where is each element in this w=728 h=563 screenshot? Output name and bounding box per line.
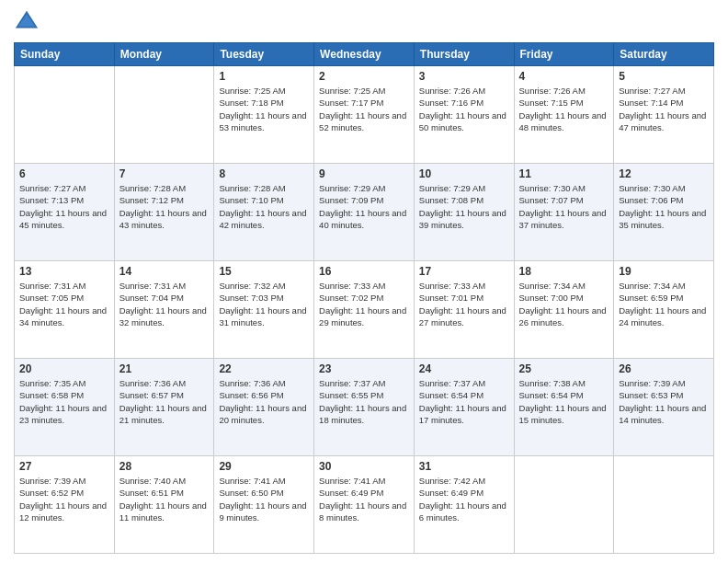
calendar-cell: 10Sunrise: 7:29 AMSunset: 7:08 PMDayligh… [414, 164, 514, 261]
calendar-header-row: SundayMondayTuesdayWednesdayThursdayFrid… [15, 43, 714, 66]
page: SundayMondayTuesdayWednesdayThursdayFrid… [0, 0, 728, 563]
day-header-monday: Monday [114, 43, 214, 66]
logo [14, 9, 43, 35]
logo-icon [14, 9, 40, 35]
day-number: 30 [319, 460, 409, 473]
day-info: Sunrise: 7:33 AMSunset: 7:01 PMDaylight:… [419, 280, 509, 328]
day-number: 4 [519, 70, 609, 83]
day-number: 10 [419, 167, 509, 180]
calendar-cell: 26Sunrise: 7:39 AMSunset: 6:53 PMDayligh… [614, 359, 714, 456]
calendar-cell: 29Sunrise: 7:41 AMSunset: 6:50 PMDayligh… [214, 456, 314, 554]
day-info: Sunrise: 7:36 AMSunset: 6:56 PMDaylight:… [219, 377, 309, 426]
day-header-friday: Friday [514, 43, 614, 66]
calendar-cell: 18Sunrise: 7:34 AMSunset: 7:00 PMDayligh… [514, 261, 614, 359]
calendar-cell: 31Sunrise: 7:42 AMSunset: 6:49 PMDayligh… [414, 456, 514, 554]
calendar-cell: 25Sunrise: 7:38 AMSunset: 6:54 PMDayligh… [514, 359, 614, 456]
day-info: Sunrise: 7:25 AMSunset: 7:18 PMDaylight:… [219, 85, 309, 133]
day-info: Sunrise: 7:28 AMSunset: 7:10 PMDaylight:… [219, 182, 309, 231]
calendar-cell: 30Sunrise: 7:41 AMSunset: 6:49 PMDayligh… [314, 456, 415, 554]
day-info: Sunrise: 7:26 AMSunset: 7:16 PMDaylight:… [419, 85, 509, 133]
day-info: Sunrise: 7:25 AMSunset: 7:17 PMDaylight:… [319, 85, 409, 133]
day-header-thursday: Thursday [414, 43, 514, 66]
day-number: 23 [319, 362, 409, 375]
day-header-saturday: Saturday [614, 43, 714, 66]
day-number: 12 [619, 167, 709, 180]
day-number: 8 [219, 167, 309, 180]
calendar-cell [614, 456, 714, 554]
day-info: Sunrise: 7:37 AMSunset: 6:55 PMDaylight:… [319, 377, 409, 426]
calendar-cell: 5Sunrise: 7:27 AMSunset: 7:14 PMDaylight… [614, 66, 714, 164]
day-number: 18 [519, 265, 609, 278]
day-info: Sunrise: 7:40 AMSunset: 6:51 PMDaylight:… [119, 475, 210, 523]
day-info: Sunrise: 7:37 AMSunset: 6:54 PMDaylight:… [419, 377, 509, 426]
day-number: 28 [119, 460, 210, 473]
day-number: 24 [419, 362, 509, 375]
day-info: Sunrise: 7:29 AMSunset: 7:09 PMDaylight:… [319, 182, 409, 231]
header [14, 9, 714, 35]
calendar-cell: 15Sunrise: 7:32 AMSunset: 7:03 PMDayligh… [214, 261, 314, 359]
day-number: 17 [419, 265, 509, 278]
day-info: Sunrise: 7:26 AMSunset: 7:15 PMDaylight:… [519, 85, 609, 133]
day-number: 6 [19, 167, 109, 180]
calendar-cell: 13Sunrise: 7:31 AMSunset: 7:05 PMDayligh… [15, 261, 115, 359]
day-header-sunday: Sunday [15, 43, 115, 66]
calendar-cell: 1Sunrise: 7:25 AMSunset: 7:18 PMDaylight… [214, 66, 314, 164]
day-info: Sunrise: 7:29 AMSunset: 7:08 PMDaylight:… [419, 182, 509, 231]
calendar-cell: 17Sunrise: 7:33 AMSunset: 7:01 PMDayligh… [414, 261, 514, 359]
day-number: 11 [519, 167, 609, 180]
calendar-cell: 21Sunrise: 7:36 AMSunset: 6:57 PMDayligh… [114, 359, 214, 456]
calendar-cell: 4Sunrise: 7:26 AMSunset: 7:15 PMDaylight… [514, 66, 614, 164]
day-info: Sunrise: 7:39 AMSunset: 6:52 PMDaylight:… [19, 475, 109, 523]
day-header-tuesday: Tuesday [214, 43, 314, 66]
day-number: 26 [619, 362, 709, 375]
day-header-wednesday: Wednesday [314, 43, 415, 66]
day-number: 15 [219, 265, 309, 278]
day-info: Sunrise: 7:39 AMSunset: 6:53 PMDaylight:… [619, 377, 709, 426]
day-info: Sunrise: 7:34 AMSunset: 6:59 PMDaylight:… [619, 280, 709, 328]
week-row-2: 6Sunrise: 7:27 AMSunset: 7:13 PMDaylight… [15, 164, 714, 261]
day-info: Sunrise: 7:35 AMSunset: 6:58 PMDaylight:… [19, 377, 109, 426]
day-number: 22 [219, 362, 309, 375]
calendar-cell [15, 66, 115, 164]
day-info: Sunrise: 7:36 AMSunset: 6:57 PMDaylight:… [119, 377, 210, 426]
day-info: Sunrise: 7:28 AMSunset: 7:12 PMDaylight:… [119, 182, 210, 231]
calendar-body: 1Sunrise: 7:25 AMSunset: 7:18 PMDaylight… [15, 66, 714, 554]
day-number: 27 [19, 460, 109, 473]
day-number: 9 [319, 167, 409, 180]
day-info: Sunrise: 7:41 AMSunset: 6:49 PMDaylight:… [319, 475, 409, 523]
day-number: 19 [619, 265, 709, 278]
calendar-cell [114, 66, 214, 164]
calendar: SundayMondayTuesdayWednesdayThursdayFrid… [14, 42, 714, 554]
day-number: 31 [419, 460, 509, 473]
day-info: Sunrise: 7:31 AMSunset: 7:04 PMDaylight:… [119, 280, 210, 328]
calendar-cell: 20Sunrise: 7:35 AMSunset: 6:58 PMDayligh… [15, 359, 115, 456]
calendar-cell: 11Sunrise: 7:30 AMSunset: 7:07 PMDayligh… [514, 164, 614, 261]
day-info: Sunrise: 7:27 AMSunset: 7:14 PMDaylight:… [619, 85, 709, 133]
day-number: 16 [319, 265, 409, 278]
calendar-cell: 3Sunrise: 7:26 AMSunset: 7:16 PMDaylight… [414, 66, 514, 164]
week-row-4: 20Sunrise: 7:35 AMSunset: 6:58 PMDayligh… [15, 359, 714, 456]
day-number: 13 [19, 265, 109, 278]
day-number: 20 [19, 362, 109, 375]
day-number: 25 [519, 362, 609, 375]
week-row-1: 1Sunrise: 7:25 AMSunset: 7:18 PMDaylight… [15, 66, 714, 164]
calendar-cell: 28Sunrise: 7:40 AMSunset: 6:51 PMDayligh… [114, 456, 214, 554]
day-info: Sunrise: 7:33 AMSunset: 7:02 PMDaylight:… [319, 280, 409, 328]
calendar-cell: 27Sunrise: 7:39 AMSunset: 6:52 PMDayligh… [15, 456, 115, 554]
day-number: 5 [619, 70, 709, 83]
day-number: 21 [119, 362, 210, 375]
day-info: Sunrise: 7:32 AMSunset: 7:03 PMDaylight:… [219, 280, 309, 328]
calendar-cell: 2Sunrise: 7:25 AMSunset: 7:17 PMDaylight… [314, 66, 415, 164]
week-row-5: 27Sunrise: 7:39 AMSunset: 6:52 PMDayligh… [15, 456, 714, 554]
day-info: Sunrise: 7:31 AMSunset: 7:05 PMDaylight:… [19, 280, 109, 328]
day-info: Sunrise: 7:41 AMSunset: 6:50 PMDaylight:… [219, 475, 309, 523]
calendar-cell: 14Sunrise: 7:31 AMSunset: 7:04 PMDayligh… [114, 261, 214, 359]
day-info: Sunrise: 7:34 AMSunset: 7:00 PMDaylight:… [519, 280, 609, 328]
calendar-cell: 16Sunrise: 7:33 AMSunset: 7:02 PMDayligh… [314, 261, 415, 359]
day-number: 7 [119, 167, 210, 180]
calendar-cell: 6Sunrise: 7:27 AMSunset: 7:13 PMDaylight… [15, 164, 115, 261]
day-info: Sunrise: 7:30 AMSunset: 7:06 PMDaylight:… [619, 182, 709, 231]
day-info: Sunrise: 7:27 AMSunset: 7:13 PMDaylight:… [19, 182, 109, 231]
day-number: 1 [219, 70, 309, 83]
day-number: 3 [419, 70, 509, 83]
